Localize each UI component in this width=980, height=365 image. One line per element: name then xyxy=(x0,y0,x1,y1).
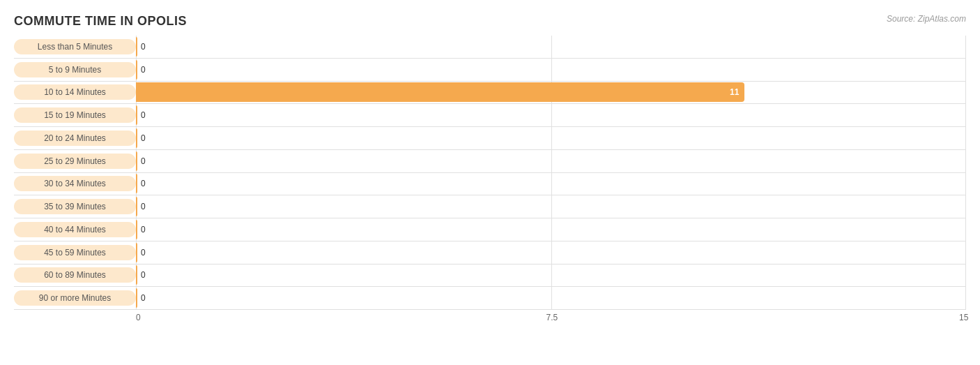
bar-fill-zero xyxy=(136,288,137,308)
bar-value: 0 xyxy=(141,179,146,188)
source-label: Source: ZipAtlas.com xyxy=(887,14,966,24)
bar-track: 0 xyxy=(136,218,966,241)
chart-container: COMMUTE TIME IN OPOLIS Source: ZipAtlas.… xyxy=(0,0,980,365)
bar-value: 0 xyxy=(141,156,146,166)
bar-track: 0 xyxy=(136,241,966,264)
bar-fill-zero xyxy=(136,37,137,57)
bar-label: 45 to 59 Minutes xyxy=(14,245,136,260)
chart-area: Less than 5 Minutes05 to 9 Minutes010 to… xyxy=(14,36,966,324)
bar-track: 0 xyxy=(136,127,966,149)
bar-track: 0 xyxy=(136,104,966,126)
bar-fill-zero xyxy=(136,128,137,148)
bar-row: 90 or more Minutes0 xyxy=(14,287,966,310)
bar-fill: 11 xyxy=(136,82,744,102)
bar-fill-zero xyxy=(136,105,137,125)
bar-label: 60 to 89 Minutes xyxy=(14,267,136,283)
bar-row: Less than 5 Minutes0 xyxy=(14,36,966,59)
bar-value: 0 xyxy=(141,110,146,120)
bar-fill-zero xyxy=(136,243,137,262)
bar-label: 25 to 29 Minutes xyxy=(14,154,136,169)
bar-track: 0 xyxy=(136,287,966,309)
bar-row: 15 to 19 Minutes0 xyxy=(14,104,966,127)
bar-row: 60 to 89 Minutes0 xyxy=(14,265,966,288)
bar-label: Less than 5 Minutes xyxy=(14,39,136,54)
bar-value: 0 xyxy=(141,248,146,258)
bar-row: 10 to 14 Minutes11 xyxy=(14,82,966,105)
bar-track: 0 xyxy=(136,36,966,58)
bar-label: 20 to 24 Minutes xyxy=(14,131,136,146)
bar-value: 0 xyxy=(141,133,146,143)
bar-track: 11 xyxy=(136,82,966,104)
bar-label: 40 to 44 Minutes xyxy=(14,222,136,237)
x-axis-label: 15 xyxy=(959,313,968,322)
bar-row: 25 to 29 Minutes0 xyxy=(14,150,966,173)
x-axis-label: 0 xyxy=(136,313,141,322)
bar-value: 0 xyxy=(141,270,146,280)
bar-value: 0 xyxy=(141,202,146,211)
bar-fill-zero xyxy=(136,265,137,285)
bars-wrapper: Less than 5 Minutes05 to 9 Minutes010 to… xyxy=(14,36,966,310)
bar-fill-zero xyxy=(136,174,137,193)
bar-row: 45 to 59 Minutes0 xyxy=(14,241,966,265)
bar-track: 0 xyxy=(136,195,966,218)
bar-label: 90 or more Minutes xyxy=(14,290,136,306)
bar-fill-zero xyxy=(136,151,137,171)
bar-track: 0 xyxy=(136,173,966,195)
bar-value: 0 xyxy=(141,225,146,234)
bar-fill-zero xyxy=(136,60,137,80)
bar-label: 35 to 39 Minutes xyxy=(14,199,136,214)
x-axis: 07.515 xyxy=(136,310,966,324)
bar-fill-zero xyxy=(136,220,137,239)
bar-value: 0 xyxy=(141,65,146,75)
bar-row: 5 to 9 Minutes0 xyxy=(14,59,966,82)
bar-label: 10 to 14 Minutes xyxy=(14,84,136,100)
bar-value-inside: 11 xyxy=(730,87,739,97)
bar-row: 35 to 39 Minutes0 xyxy=(14,195,966,218)
bar-label: 5 to 9 Minutes xyxy=(14,62,136,77)
bar-row: 30 to 34 Minutes0 xyxy=(14,173,966,196)
bar-fill-zero xyxy=(136,197,137,216)
bar-row: 40 to 44 Minutes0 xyxy=(14,218,966,241)
bar-value: 0 xyxy=(141,293,146,303)
bar-track: 0 xyxy=(136,59,966,81)
bar-row: 20 to 24 Minutes0 xyxy=(14,127,966,150)
x-axis-label: 7.5 xyxy=(546,313,558,322)
bar-track: 0 xyxy=(136,265,966,287)
bar-value: 0 xyxy=(141,42,146,52)
bar-label: 30 to 34 Minutes xyxy=(14,176,136,191)
bar-label: 15 to 19 Minutes xyxy=(14,107,136,123)
bar-track: 0 xyxy=(136,150,966,172)
chart-title: COMMUTE TIME IN OPOLIS xyxy=(14,14,966,29)
